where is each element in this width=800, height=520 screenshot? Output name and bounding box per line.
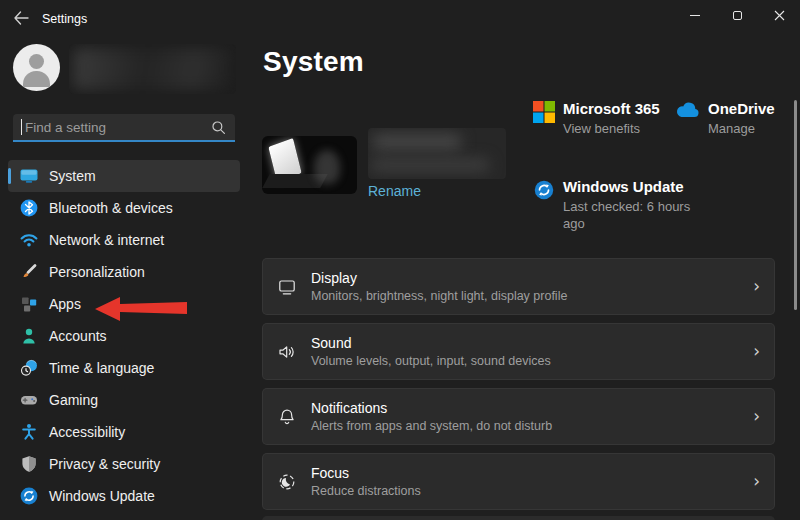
card-subtitle: Monitors, brightness, night light, displ…	[311, 288, 745, 304]
account-header[interactable]	[13, 44, 237, 94]
sidebar-item-accounts[interactable]: Accounts	[8, 320, 240, 352]
user-name-redacted	[69, 44, 236, 94]
microsoft-365-block[interactable]: Microsoft 365 View benefits	[533, 99, 660, 137]
network-wifi-icon	[19, 230, 39, 250]
accessibility-person-icon	[19, 422, 39, 442]
sidebar-item-system[interactable]: System	[8, 160, 240, 192]
sidebar-item-bluetooth-devices[interactable]: Bluetooth & devices	[8, 192, 240, 224]
search-input[interactable]	[22, 120, 211, 135]
search-icon	[211, 120, 226, 135]
card-title: Sound	[311, 334, 745, 352]
chevron-right-icon: ›	[753, 343, 760, 360]
sidebar-item-gaming[interactable]: Gaming	[8, 384, 240, 416]
card-display[interactable]: Display Monitors, brightness, night ligh…	[262, 258, 775, 315]
device-image	[262, 136, 357, 194]
close-icon	[774, 10, 785, 21]
active-indicator-pill	[8, 168, 11, 184]
card-title: Focus	[311, 464, 745, 482]
rename-link[interactable]: Rename	[368, 183, 421, 199]
window-controls	[674, 0, 800, 30]
sidebar-item-label: Network & internet	[49, 232, 164, 248]
card-subtitle: Volume levels, output, input, sound devi…	[311, 353, 745, 369]
user-avatar	[13, 44, 60, 91]
chevron-right-icon: ›	[753, 408, 760, 425]
last-checked-status: Last checked: 6 hours ago	[563, 198, 713, 232]
device-name-redacted	[368, 128, 506, 179]
bluetooth-icon	[19, 198, 39, 218]
sidebar-item-label: Accessibility	[49, 424, 125, 440]
microsoft-365-title: Microsoft 365	[563, 99, 660, 118]
search-box[interactable]	[13, 114, 235, 142]
onedrive-title: OneDrive	[708, 99, 775, 118]
personalization-brush-icon	[19, 262, 39, 282]
settings-window: Settings	[0, 0, 800, 520]
time-language-icon	[19, 358, 39, 378]
minimize-button[interactable]	[674, 0, 716, 30]
windows-update-icon	[19, 486, 39, 506]
sidebar-item-label: Apps	[49, 296, 81, 312]
card-subtitle: Alerts from apps and system, do not dist…	[311, 418, 745, 434]
back-arrow-icon	[12, 10, 32, 26]
sidebar-item-windows-update[interactable]: Windows Update	[8, 480, 240, 512]
accounts-person-icon	[19, 326, 39, 346]
card-focus[interactable]: Focus Reduce distractions ›	[262, 453, 775, 510]
onedrive-block[interactable]: OneDrive Manage	[674, 99, 775, 137]
card-partial-next[interactable]	[262, 516, 775, 520]
close-button[interactable]	[758, 0, 800, 30]
card-subtitle: Reduce distractions	[311, 483, 745, 499]
sidebar-item-label: Time & language	[49, 360, 154, 376]
focus-crescent-icon	[277, 472, 297, 492]
sidebar-item-time-language[interactable]: Time & language	[8, 352, 240, 384]
avatar-person-icon	[29, 54, 44, 69]
minimize-icon	[690, 15, 700, 16]
windows-update-icon	[533, 179, 555, 201]
display-outline-icon	[277, 277, 297, 297]
speaker-icon	[277, 342, 297, 362]
windows-update-block[interactable]: Windows Update Last checked: 6 hours ago	[533, 177, 713, 232]
sidebar-item-accessibility[interactable]: Accessibility	[8, 416, 240, 448]
sidebar-item-label: Gaming	[49, 392, 98, 408]
card-sound[interactable]: Sound Volume levels, output, input, soun…	[262, 323, 775, 380]
card-title: Display	[311, 269, 745, 287]
sidebar-item-apps[interactable]: Apps	[8, 288, 240, 320]
main-content: System Rename Microsoft 365 View benefit…	[250, 34, 800, 520]
page-title: System	[263, 46, 364, 78]
sidebar-item-label: Privacy & security	[49, 456, 160, 472]
manage-link[interactable]: Manage	[708, 120, 775, 137]
card-notifications[interactable]: Notifications Alerts from apps and syste…	[262, 388, 775, 445]
system-display-icon	[19, 166, 39, 186]
privacy-shield-icon	[19, 454, 39, 474]
sidebar-item-network-internet[interactable]: Network & internet	[8, 224, 240, 256]
settings-cards: Display Monitors, brightness, night ligh…	[262, 258, 775, 518]
vertical-scrollbar[interactable]	[794, 100, 797, 310]
windows-update-title: Windows Update	[563, 177, 713, 196]
sidebar-nav: System Bluetooth & devices Network & int…	[8, 160, 240, 512]
view-benefits-link[interactable]: View benefits	[563, 120, 660, 137]
window-title: Settings	[42, 12, 87, 26]
microsoft-logo	[533, 101, 555, 123]
bell-icon	[277, 407, 297, 427]
sidebar-item-label: Bluetooth & devices	[49, 200, 173, 216]
sidebar-item-privacy-security[interactable]: Privacy & security	[8, 448, 240, 480]
card-title: Notifications	[311, 399, 745, 417]
sidebar-item-label: Accounts	[49, 328, 107, 344]
sidebar-item-personalization[interactable]: Personalization	[8, 256, 240, 288]
titlebar: Settings	[0, 0, 800, 34]
sidebar-item-label: Personalization	[49, 264, 145, 280]
back-button[interactable]	[12, 10, 32, 26]
sidebar-item-label: Windows Update	[49, 488, 155, 504]
onedrive-cloud-icon	[674, 101, 700, 120]
sidebar-item-label: System	[49, 168, 96, 184]
chevron-right-icon: ›	[753, 473, 760, 490]
apps-grid-icon	[19, 294, 39, 314]
maximize-button[interactable]	[716, 0, 758, 30]
sidebar: System Bluetooth & devices Network & int…	[0, 34, 250, 520]
gaming-gamepad-icon	[19, 390, 39, 410]
maximize-icon	[733, 11, 742, 20]
chevron-right-icon: ›	[753, 278, 760, 295]
